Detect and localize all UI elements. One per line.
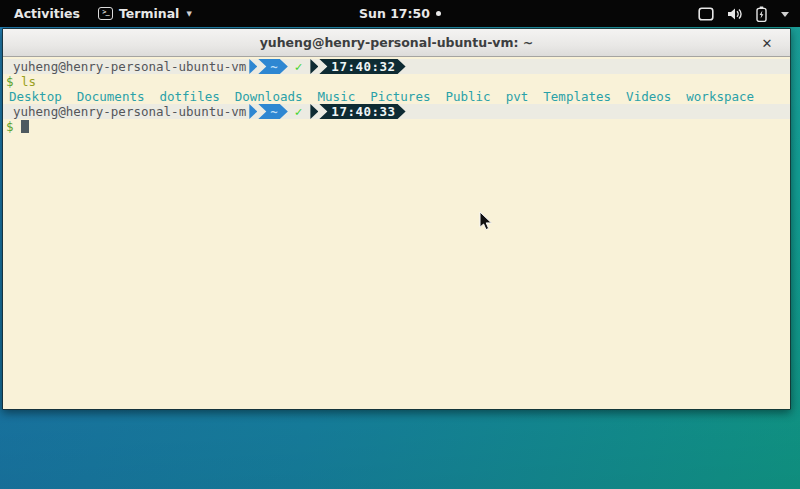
mouse-pointer-icon <box>479 211 494 232</box>
prompt-line: yuheng@henry-personal-ubuntu-vm ~ ✓ 17:4… <box>3 104 790 119</box>
powerline-chevron-icon <box>310 104 318 119</box>
app-menu-button[interactable]: >_ Terminal ▼ <box>98 6 192 21</box>
prompt-user-host: yuheng@henry-personal-ubuntu-vm <box>3 59 246 74</box>
prompt-symbol: $ <box>6 119 14 134</box>
prompt-path-segment: ~ <box>258 104 288 119</box>
window-title: yuheng@henry-personal-ubuntu-vm: ~ <box>260 35 534 50</box>
chevron-down-icon <box>780 10 790 18</box>
volume-icon <box>727 7 743 21</box>
powerline-chevron-icon <box>249 104 257 119</box>
directory-list: Desktop Documents dotfiles Downloads Mus… <box>6 89 790 104</box>
powerline-chevron-icon <box>310 59 318 74</box>
typed-command: ls <box>21 74 36 89</box>
terminal-app-icon: >_ <box>98 7 113 20</box>
current-input-line[interactable]: $ <box>3 119 790 134</box>
close-button[interactable]: ✕ <box>756 32 778 54</box>
gnome-top-bar: Activities >_ Terminal ▼ Sun 17:50 <box>0 0 800 27</box>
status-check-icon: ✓ <box>295 104 303 119</box>
prompt-path-segment: ~ <box>258 59 288 74</box>
app-menu-label: Terminal <box>119 6 179 21</box>
screen-icon <box>698 7 714 21</box>
terminal-cursor <box>21 120 29 133</box>
system-status-area[interactable] <box>698 0 794 27</box>
prompt-user-host: yuheng@henry-personal-ubuntu-vm <box>3 104 246 119</box>
powerline-chevron-icon <box>249 59 257 74</box>
battery-charging-icon <box>756 6 767 22</box>
activities-button[interactable]: Activities <box>10 4 84 23</box>
prompt-time-segment: 17:40:33 <box>319 104 405 119</box>
chevron-down-icon: ▼ <box>186 10 191 18</box>
ls-output-line: Desktop Documents dotfiles Downloads Mus… <box>3 89 790 104</box>
terminal-window: yuheng@henry-personal-ubuntu-vm: ~ ✕ yuh… <box>2 28 791 410</box>
prompt-symbol: $ <box>6 74 14 89</box>
prompt-line: yuheng@henry-personal-ubuntu-vm ~ ✓ 17:4… <box>3 59 790 74</box>
terminal-titlebar[interactable]: yuheng@henry-personal-ubuntu-vm: ~ ✕ <box>3 29 790 57</box>
status-check-icon: ✓ <box>295 59 303 74</box>
command-line: $ ls <box>3 74 790 89</box>
prompt-time-segment: 17:40:32 <box>319 59 405 74</box>
clock-label[interactable]: Sun 17:50 <box>359 6 430 21</box>
notification-dot-icon <box>436 11 441 16</box>
terminal-content[interactable]: yuheng@henry-personal-ubuntu-vm ~ ✓ 17:4… <box>3 57 790 409</box>
